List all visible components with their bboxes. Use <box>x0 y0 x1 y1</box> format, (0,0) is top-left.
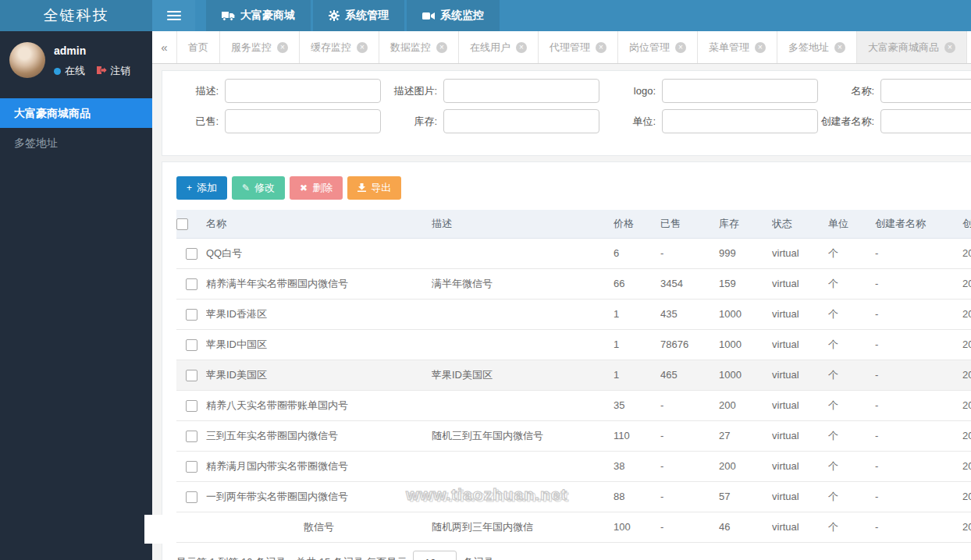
tab[interactable]: 代理管理 × <box>539 31 618 63</box>
cell-desc <box>432 299 614 329</box>
table-row[interactable]: 苹果ID美国区 苹果ID美国区 1 465 1000 virtual 个 - 2… <box>176 360 971 390</box>
col-header-desc[interactable]: 描述 <box>432 210 614 238</box>
edit-button[interactable]: ✎修改 <box>232 176 285 200</box>
table-toolbar: +添加 ✎修改 ✖删除 导出 <box>162 162 971 200</box>
tab[interactable]: 数据监控 × <box>379 31 459 63</box>
col-header-price[interactable]: 价格 <box>614 210 660 238</box>
cell-creator: - <box>875 329 962 360</box>
form-input[interactable] <box>880 109 971 133</box>
page-size-select[interactable]: 10 ▾ <box>413 551 457 560</box>
row-checkbox[interactable] <box>186 339 197 351</box>
col-header-sold[interactable]: 已售 <box>660 210 719 238</box>
cell-price: 6 <box>614 238 660 268</box>
add-button[interactable]: +添加 <box>176 176 227 200</box>
row-checkbox[interactable] <box>186 461 197 473</box>
tab-close-icon[interactable]: × <box>436 42 447 53</box>
table-row[interactable]: 三到五年实名带圈国内微信号 随机三到五年国内微信号 110 - 27 virtu… <box>176 420 971 451</box>
cell-desc <box>432 451 614 481</box>
tab[interactable]: 多签地址 × <box>777 31 857 63</box>
row-checkbox[interactable] <box>186 431 197 442</box>
hamburger-menu-icon[interactable] <box>152 0 195 31</box>
form-input[interactable] <box>662 109 818 133</box>
nav-item-mall[interactable]: 大富豪商城 <box>206 0 311 31</box>
tab[interactable]: 岗位管理 × <box>618 31 698 63</box>
col-header-unit[interactable]: 单位 <box>828 210 875 238</box>
table-row[interactable]: 精养八天实名带圈带账单国内号 35 - 200 virtual 个 - 20 <box>176 390 971 420</box>
cell-price: 66 <box>614 268 660 299</box>
tab-close-icon[interactable]: × <box>944 42 955 53</box>
cell-desc <box>432 329 614 360</box>
row-checkbox[interactable] <box>186 309 197 321</box>
delete-button[interactable]: ✖删除 <box>290 176 343 200</box>
form-input[interactable] <box>662 79 818 103</box>
cell-price: 100 <box>614 512 660 542</box>
cell-status: virtual <box>772 420 828 451</box>
cell-stock: 1000 <box>719 299 772 329</box>
cell-desc: 苹果ID美国区 <box>432 360 614 390</box>
online-status-label: 在线 <box>65 64 85 78</box>
tab[interactable]: 大富豪商城商品 × <box>857 31 967 63</box>
cell-unit: 个 <box>828 268 875 299</box>
table-row[interactable]: 精养满半年实名带圈国内微信号 满半年微信号 66 3454 159 virtua… <box>176 268 971 299</box>
sidebar-item[interactable]: 大富豪商城商品 <box>0 98 152 128</box>
tab-close-icon[interactable]: × <box>516 42 527 53</box>
col-header-stock[interactable]: 库存 <box>719 210 772 238</box>
tab-close-icon[interactable]: × <box>596 42 606 53</box>
cell-creator: - <box>875 268 962 299</box>
table-row[interactable]: 一到两年带实名带圈国内微信号 88 - 57 virtual 个 - 20 <box>176 481 971 512</box>
cell-stock: 27 <box>719 420 772 451</box>
cell-creator: - <box>875 481 962 512</box>
cell-status: virtual <box>772 299 828 329</box>
tab-close-icon[interactable]: × <box>675 42 686 53</box>
cell-status: virtual <box>772 268 828 299</box>
tab-close-icon[interactable]: × <box>755 42 766 53</box>
tab[interactable]: 缓存监控 × <box>300 31 379 63</box>
form-input[interactable] <box>880 79 971 103</box>
tab[interactable]: 首页 × <box>177 31 220 63</box>
form-input[interactable] <box>443 79 599 103</box>
tab-close-icon[interactable]: × <box>834 42 845 53</box>
sidebar-item[interactable]: 多签地址 <box>0 128 152 158</box>
cell-name: 精养满月国内带实名带圈微信号 <box>206 451 432 481</box>
row-checkbox[interactable] <box>186 248 197 260</box>
tab[interactable]: 菜单管理 × <box>698 31 777 63</box>
cell-creator: - <box>875 360 962 390</box>
cell-desc <box>432 238 614 268</box>
tab-close-icon[interactable]: × <box>357 42 368 53</box>
row-checkbox[interactable] <box>186 370 197 381</box>
cell-desc: 随机三到五年国内微信号 <box>432 420 614 451</box>
cell-sold: - <box>660 512 719 542</box>
nav-item-system-manage[interactable]: 系统管理 <box>313 0 404 31</box>
form-field: 单位: <box>599 109 818 133</box>
table-row[interactable]: 苹果ID中国区 1 78676 1000 virtual 个 - 20 <box>176 329 971 360</box>
table-row[interactable]: QQ白号 6 - 999 virtual 个 - 20 <box>176 238 971 268</box>
table-row[interactable]: 散信号 随机两到三年国内微信 100 - 46 virtual 个 - 20 <box>176 512 971 542</box>
tab[interactable]: 在线用户 × <box>459 31 539 63</box>
col-header-status[interactable]: 状态 <box>772 210 828 238</box>
tab[interactable]: 服务监控 × <box>220 31 300 63</box>
cell-unit: 个 <box>828 481 875 512</box>
tabs-scroll-left-icon[interactable]: « <box>152 31 177 63</box>
export-button[interactable]: 导出 <box>347 176 401 200</box>
form-input[interactable] <box>225 79 381 103</box>
tab-close-icon[interactable]: × <box>277 42 288 53</box>
col-header-name[interactable]: 名称 <box>206 210 432 238</box>
table-row[interactable]: 苹果ID香港区 1 435 1000 virtual 个 - 20 <box>176 299 971 329</box>
cell-created: 20 <box>962 451 971 481</box>
col-header-creator[interactable]: 创建者名称 <box>875 210 962 238</box>
search-form: 描述: 描述图片: logo: 名称: 已售: 库存: 单位: 创建者名称: <box>162 70 971 156</box>
nav-item-system-monitor[interactable]: 系统监控 <box>407 0 500 31</box>
top-navigation: 大富豪商城 系统管理 系统监控 <box>206 0 502 31</box>
logout-link[interactable]: 注销 <box>97 64 130 78</box>
select-all-checkbox[interactable] <box>176 218 188 230</box>
table-row[interactable]: 精养满月国内带实名带圈微信号 38 - 200 virtual 个 - 20 <box>176 451 971 481</box>
row-checkbox[interactable] <box>186 491 197 503</box>
cell-unit: 个 <box>828 299 875 329</box>
plus-icon: + <box>187 183 192 193</box>
col-header-created[interactable]: 创 <box>962 210 971 238</box>
form-input[interactable] <box>225 109 381 133</box>
row-checkbox[interactable] <box>186 278 197 290</box>
form-input[interactable] <box>443 109 599 133</box>
row-checkbox[interactable] <box>186 400 197 412</box>
form-field: 名称: <box>818 79 971 103</box>
